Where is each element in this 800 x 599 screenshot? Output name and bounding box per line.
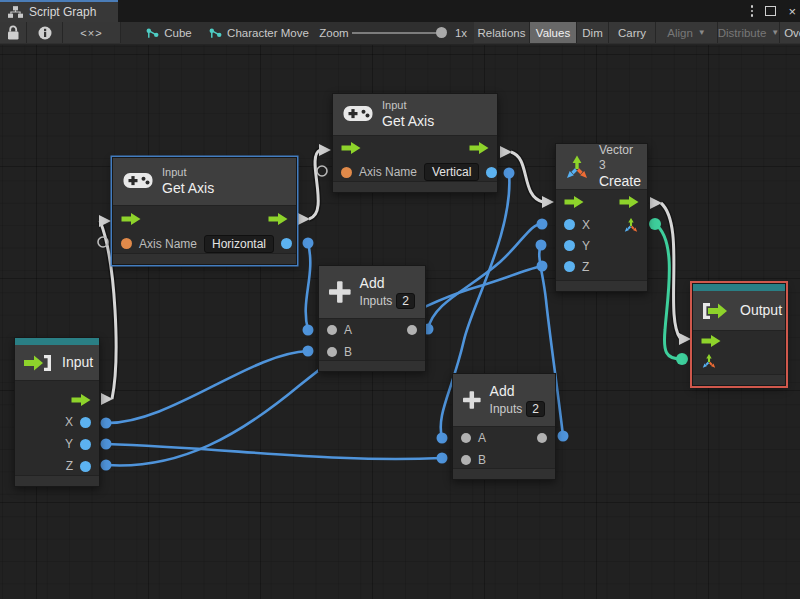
output-event-icon [701,301,731,321]
flow-out-port[interactable] [71,394,91,406]
zoom-slider-track[interactable] [352,32,444,34]
maximize-icon[interactable] [765,6,776,16]
flow-in-port[interactable] [564,196,584,208]
node-footer [15,475,99,486]
tab-script-graph[interactable]: Script Graph [0,0,118,22]
event-strip [693,284,785,291]
wire-input-x-to-add1-b[interactable] [101,346,314,429]
chevron-down-icon: ▼ [698,28,706,37]
inputs-count-field[interactable]: 2 [526,401,545,417]
lock-button[interactable] [0,22,27,43]
wire-add1-to-vector3-x[interactable] [423,219,548,335]
inputs-count-field[interactable]: 2 [396,293,415,309]
node-title: Create [599,173,641,191]
node-title: Get Axis [382,113,434,131]
node-subtitle: Input [162,166,214,180]
breadcrumb-label: Character Move [227,27,309,39]
node-add-1[interactable]: Add Inputs 2 A B [318,265,426,372]
carry-toggle[interactable]: Carry [609,22,656,43]
flow-out-port[interactable] [469,142,489,154]
breadcrumb-character-move[interactable]: Character Move [206,22,312,43]
node-get-axis-horizontal[interactable]: Input Get Axis Axis Name Horizontal [112,157,297,265]
flow-in-port[interactable] [701,335,721,347]
distribute-dropdown[interactable]: Distribute ▼ [718,22,780,43]
more-options-icon[interactable] [751,5,754,17]
port-z-in[interactable] [564,261,575,272]
gamepad-icon [123,172,153,192]
vector3-icon [564,154,590,180]
param-label: Axis Name [359,165,417,179]
node-header: Vector 3 Create [556,144,647,190]
port-b-in[interactable] [327,347,337,357]
node-input-event[interactable]: Input X Y Z [14,337,100,487]
plus-icon [463,389,481,411]
vector-out-port[interactable] [623,217,639,233]
vector-in-port[interactable] [701,353,717,369]
code-view-button[interactable]: <×> [63,22,121,43]
sum-out-port[interactable] [537,433,547,443]
values-toggle[interactable]: Values [530,22,577,43]
overview-button[interactable]: Overv [780,22,800,43]
port-y-in[interactable] [564,240,575,251]
value-out-port[interactable] [486,167,497,178]
zoom-label: Zoom [316,22,352,43]
node-header: Input Get Axis [333,94,497,136]
wire-horizontal-to-vertical[interactable] [298,144,331,225]
port-x-in[interactable] [564,219,575,230]
node-footer [333,181,497,192]
value-out-port[interactable] [281,238,292,249]
relations-toggle[interactable]: Relations [474,22,530,43]
port-z-out[interactable] [80,461,91,472]
code-icon: <×> [80,27,102,39]
axis-name-value-field[interactable]: Vertical [424,163,479,181]
node-add-2[interactable]: Add Inputs 2 A B [452,373,556,480]
port-b-in[interactable] [461,455,471,465]
axis-name-value-field[interactable]: Horizontal [204,235,274,253]
graph-node-icon [146,27,159,39]
tab-title: Script Graph [29,5,96,19]
port-y-out[interactable] [80,439,91,450]
align-dropdown[interactable]: Align ▼ [656,22,718,43]
window-tab-bar: Script Graph × [0,0,800,22]
flow-in-port[interactable] [121,213,141,225]
flow-out-port[interactable] [268,213,288,225]
plus-icon [329,281,351,303]
zoom-slider-handle[interactable] [436,27,447,38]
breadcrumb-cube[interactable]: Cube [136,22,202,43]
node-subtitle: Vector 3 [599,143,641,173]
port-a-in[interactable] [461,433,471,443]
flow-out-port[interactable] [619,196,639,208]
node-get-axis-vertical[interactable]: Input Get Axis Axis Name Vertical [332,93,498,193]
node-footer [453,468,555,479]
wire-input-y-to-add2-b[interactable] [101,439,448,464]
node-title: Input [62,354,93,372]
flow-in-port[interactable] [341,142,361,154]
close-icon[interactable]: × [788,5,796,18]
graph-toolbar: <×> Cube Character Move Zoom 1x Relation… [0,22,800,45]
node-title: Add [490,383,545,401]
info-icon [38,26,52,40]
node-header: Add Inputs 2 [319,266,425,319]
axis-name-in-port[interactable] [121,238,132,249]
sum-out-port[interactable] [407,325,417,335]
node-title: Output [740,302,782,320]
dim-toggle[interactable]: Dim [577,22,609,43]
port-x-label: X [582,218,590,232]
port-b-label: B [478,453,486,467]
param-label: Axis Name [139,237,197,251]
inputs-label: Inputs [490,402,523,416]
node-output-event[interactable]: Output [692,283,786,386]
port-x-out[interactable] [80,417,91,428]
node-footer [693,374,785,385]
info-button[interactable] [27,22,63,43]
port-a-in[interactable] [327,325,337,335]
port-z-label: Z [582,260,589,274]
node-header: Input Get Axis [113,158,296,206]
port-y-label: Y [582,239,590,253]
graph-node-icon [209,27,222,39]
node-vector3-create[interactable]: Vector 3 Create X Y Z [555,143,648,292]
port-b-label: B [344,345,352,359]
wire-horizontal-value-to-add1-a[interactable] [303,238,314,336]
axis-name-in-port[interactable] [341,167,352,178]
event-strip [15,338,99,345]
